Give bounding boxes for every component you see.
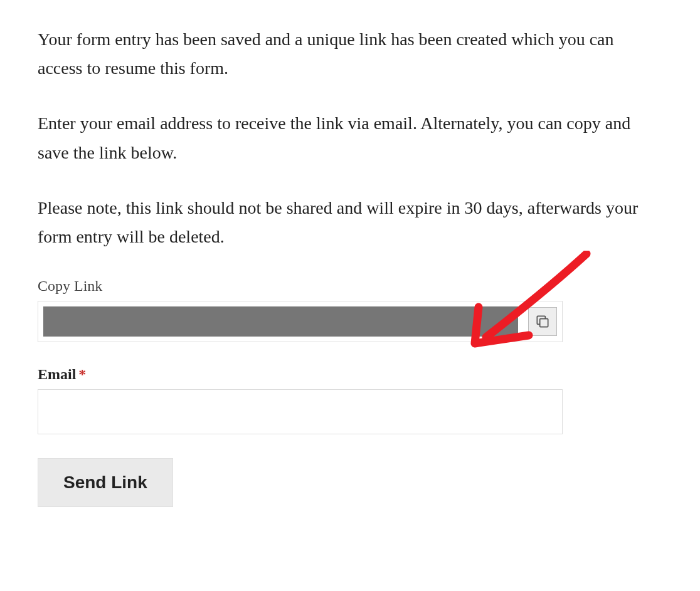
email-field-wrapper: Email* [38,366,662,434]
info-expiry-paragraph: Please note, this link should not be sha… [38,194,662,251]
email-label: Email* [38,366,662,383]
copy-link-field: Copy Link [38,278,662,342]
send-link-button[interactable]: Send Link [38,458,173,507]
copy-icon [534,313,551,330]
svg-rect-0 [540,319,548,327]
copy-link-group [38,301,563,342]
obscured-link-bar [43,306,518,337]
required-indicator: * [78,366,86,382]
info-saved-paragraph: Your form entry has been saved and a uni… [38,25,662,83]
email-input[interactable] [38,389,563,434]
copy-button[interactable] [523,301,562,342]
info-email-paragraph: Enter your email address to receive the … [38,109,662,167]
copy-link-label: Copy Link [38,278,662,295]
copy-link-display[interactable] [38,301,523,342]
